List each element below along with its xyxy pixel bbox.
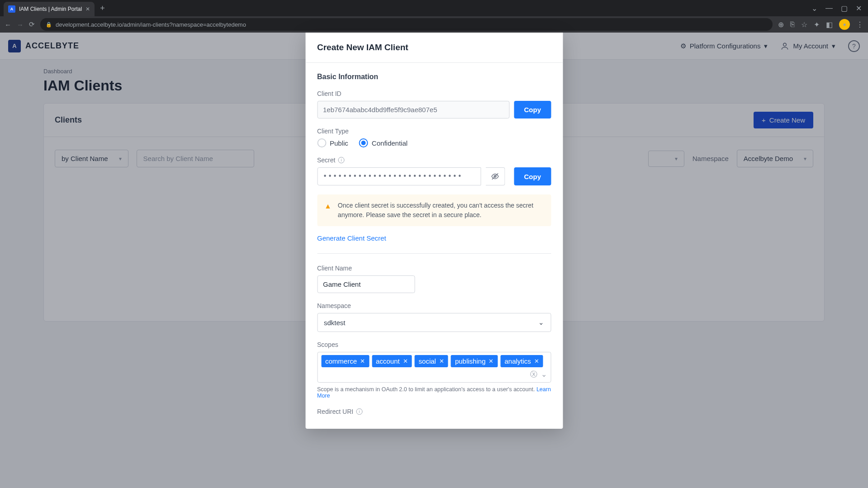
scope-tag: commerce✕ (321, 355, 369, 367)
browser-tab[interactable]: A IAM Clients | Admin Portal ✕ (4, 2, 95, 16)
remove-tag-icon[interactable]: ✕ (534, 358, 539, 365)
scope-tag: analytics✕ (500, 355, 543, 367)
new-tab-button[interactable]: + (100, 4, 105, 13)
extensions-icon[interactable]: ✦ (814, 20, 820, 29)
panel-icon[interactable]: ◧ (826, 20, 833, 29)
section-basic-info: Basic Information (317, 73, 551, 81)
bookmark-icon[interactable]: ☆ (801, 20, 807, 29)
zoom-icon[interactable]: ⊕ (778, 20, 784, 29)
info-icon[interactable]: i (356, 408, 362, 415)
modal-title: Create New IAM Client (317, 43, 551, 52)
scopes-tagbox[interactable]: commerce✕account✕social✕publishing✕analy… (317, 352, 551, 383)
secret-label: Secret (317, 156, 335, 164)
forward-icon: → (17, 21, 24, 28)
namespace-select[interactable]: sdktest ⌄ (317, 313, 551, 332)
warning-icon: ▲ (324, 201, 332, 220)
info-icon[interactable]: i (338, 157, 344, 163)
radio-confidential[interactable]: Confidential (359, 138, 408, 147)
copy-client-id-button[interactable]: Copy (514, 101, 551, 118)
remove-tag-icon[interactable]: ✕ (439, 358, 444, 365)
remove-tag-icon[interactable]: ✕ (360, 358, 365, 365)
namespace-label: Namespace (317, 302, 551, 309)
toggle-secret-button[interactable] (486, 167, 505, 185)
tab-favicon: A (8, 5, 15, 13)
radio-public[interactable]: Public (317, 138, 348, 147)
client-id-input[interactable] (317, 101, 510, 118)
url-text: development.accelbyte.io/admin/iam-clien… (56, 21, 246, 28)
close-window-icon[interactable]: ✕ (856, 4, 862, 13)
chevron-down-icon[interactable]: ⌄ (811, 4, 817, 13)
secret-warning-alert: ▲ Once client secret is successfully cre… (317, 194, 551, 226)
client-name-input[interactable] (317, 275, 415, 293)
chevron-down-icon: ⌄ (538, 318, 544, 327)
client-id-label: Client ID (317, 90, 551, 97)
profile-avatar[interactable]: ● (839, 19, 850, 30)
radio-icon (317, 138, 326, 147)
kebab-menu-icon[interactable]: ⋮ (856, 20, 863, 29)
radio-icon (359, 138, 368, 147)
lock-icon: 🔒 (46, 22, 52, 28)
generate-secret-link[interactable]: Generate Client Secret (317, 234, 386, 242)
secret-input[interactable] (317, 167, 481, 185)
remove-tag-icon[interactable]: ✕ (489, 358, 493, 365)
scopes-label: Scopes (317, 341, 551, 348)
remove-tag-icon[interactable]: ✕ (403, 358, 408, 365)
client-name-label: Client Name (317, 265, 551, 272)
scopes-helper: Scope is a mechanism in OAuth 2.0 to lim… (317, 386, 551, 399)
maximize-icon[interactable]: ▢ (841, 4, 848, 13)
redirect-uri-label: Redirect URI (317, 408, 353, 415)
copy-secret-button[interactable]: Copy (514, 167, 551, 185)
create-client-modal: Create New IAM Client Basic Information … (305, 33, 563, 429)
clear-all-icon[interactable]: ⓧ (530, 370, 537, 379)
scope-tag: account✕ (372, 355, 412, 367)
minimize-icon[interactable]: — (825, 4, 833, 13)
scope-tag: publishing✕ (451, 355, 498, 367)
eye-off-icon (491, 172, 499, 180)
scope-tag: social✕ (415, 355, 448, 367)
tab-close-icon[interactable]: ✕ (85, 6, 90, 12)
tab-title: IAM Clients | Admin Portal (19, 6, 82, 12)
chevron-down-icon[interactable]: ⌄ (541, 370, 547, 379)
back-icon[interactable]: ← (5, 21, 11, 28)
client-type-label: Client Type (317, 128, 551, 135)
url-bar[interactable]: 🔒 development.accelbyte.io/admin/iam-cli… (40, 18, 773, 31)
divider (317, 253, 551, 254)
share-icon[interactable]: ⎘ (790, 20, 795, 28)
reload-icon[interactable]: ⟳ (29, 20, 35, 28)
